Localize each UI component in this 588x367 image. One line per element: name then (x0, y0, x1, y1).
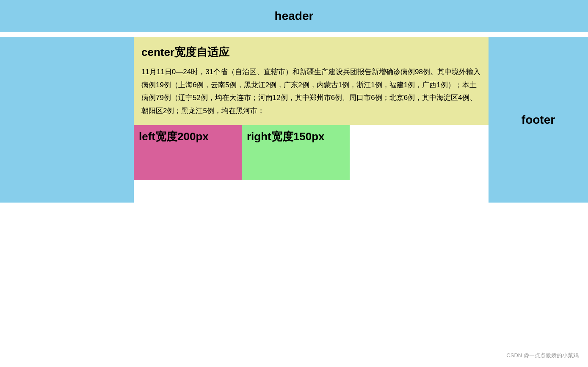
left-box-label: left宽度200px (139, 129, 209, 144)
right-sidebar-label: footer (522, 113, 555, 127)
center-content: 11月11日0—24时，31个省（自治区、直辖市）和新疆生产建设兵团报告新增确诊… (141, 66, 481, 117)
watermark: CSDN @一点点傲娇的小菜鸡 (506, 352, 579, 359)
center-title: center宽度自适应 (141, 45, 481, 60)
center-area: center宽度自适应 11月11日0—24时，31个省（自治区、直辖市）和新疆… (134, 37, 489, 203)
main-row: center宽度自适应 11月11日0—24时，31个省（自治区、直辖市）和新疆… (0, 37, 588, 203)
left-sidebar (0, 37, 134, 203)
right-box-label: right宽度150px (247, 129, 325, 144)
page-header: header (0, 0, 588, 32)
left-box: left宽度200px (134, 125, 242, 180)
header-label: header (275, 9, 314, 22)
center-bottom: left宽度200px right宽度150px (134, 125, 489, 180)
right-box: right宽度150px (242, 125, 350, 180)
center-top: center宽度自适应 11月11日0—24时，31个省（自治区、直辖市）和新疆… (134, 37, 489, 125)
right-sidebar-footer: footer (489, 37, 588, 203)
